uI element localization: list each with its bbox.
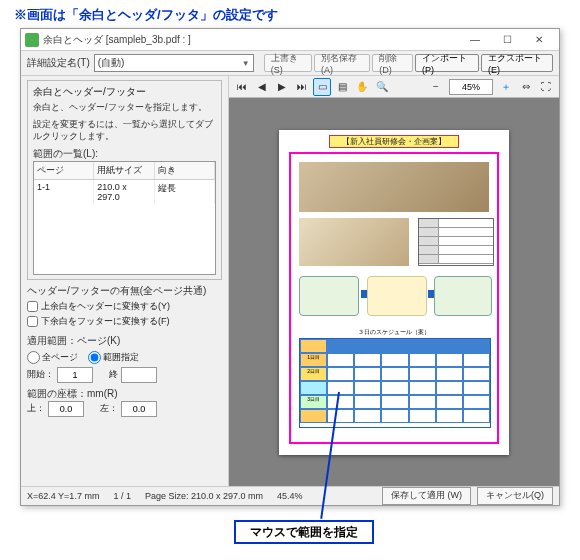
apply-button[interactable]: 保存して適用 (W) bbox=[382, 487, 471, 505]
list-label: 範囲の一覧(L): bbox=[33, 147, 216, 161]
tool-select-icon[interactable]: ▭ bbox=[313, 78, 331, 96]
left-margin-input[interactable] bbox=[121, 401, 157, 417]
preset-toolbar: 詳細設定名(T) (自動) ▼ 上書き(S) 別名保存(A) 削除(D) インポ… bbox=[21, 51, 559, 76]
status-pagesize: Page Size: 210.0 x 297.0 mm bbox=[145, 491, 263, 501]
hf-section: ヘッダー/フッターの有無(全ページ共通) 上余白をヘッダーに変換する(Y) 下余… bbox=[27, 284, 222, 330]
nav-last-icon[interactable]: ⏭ bbox=[293, 78, 311, 96]
chevron-down-icon: ▼ bbox=[242, 59, 250, 68]
doc-title: 【新入社員研修会・企画案】 bbox=[279, 136, 509, 147]
app-window: 余白とヘッダ [sampleb_3b.pdf : ] — ☐ ✕ 詳細設定名(T… bbox=[20, 28, 560, 506]
preview-page: 【新入社員研修会・企画案】 ３日のスケジュール（案） 1日目 bbox=[279, 130, 509, 455]
table-row[interactable]: 1-1 210.0 x 297.0 縦長 bbox=[34, 180, 215, 204]
status-zoom: 45.4% bbox=[277, 491, 303, 501]
col-orient: 向き bbox=[155, 162, 215, 179]
radio-range[interactable]: 範囲指定 bbox=[88, 351, 139, 364]
preview-surface[interactable]: 【新入社員研修会・企画案】 ３日のスケジュール（案） 1日目 bbox=[229, 98, 559, 486]
range-section-label: 適用範囲：ページ(K) bbox=[27, 334, 222, 348]
tool-zoom-icon[interactable]: 🔍 bbox=[373, 78, 391, 96]
cell-page: 1-1 bbox=[34, 180, 94, 204]
range-section: 適用範囲：ページ(K) 全ページ 範囲指定 開始： 終 bbox=[27, 334, 222, 383]
cancel-button[interactable]: キャンセル(Q) bbox=[477, 487, 553, 505]
save-as-button[interactable]: 別名保存(A) bbox=[314, 54, 370, 72]
titlebar: 余白とヘッダ [sampleb_3b.pdf : ] — ☐ ✕ bbox=[21, 29, 559, 51]
preset-value: (自動) bbox=[98, 56, 125, 70]
margin-group: 余白とヘッダー/フッター 余白と、ヘッダー/フッターを指定します。 設定を変更す… bbox=[27, 80, 222, 280]
top-margin-input[interactable] bbox=[48, 401, 84, 417]
left-margin-label: 左： bbox=[100, 402, 118, 415]
minimize-button[interactable]: — bbox=[459, 30, 491, 50]
preview-panel: ⏮ ◀ ▶ ⏭ ▭ ▤ ✋ 🔍 − ＋ ⇔ ⛶ 【新入社員研修会・企画案】 bbox=[229, 76, 559, 486]
radio-allpages[interactable]: 全ページ bbox=[27, 351, 78, 364]
end-label: 終 bbox=[109, 368, 118, 381]
maximize-button[interactable]: ☐ bbox=[491, 30, 523, 50]
col-size: 用紙サイズ bbox=[94, 162, 154, 179]
selection-rectangle[interactable] bbox=[289, 152, 499, 444]
callout-box: マウスで範囲を指定 bbox=[234, 520, 374, 544]
settings-panel: 余白とヘッダー/フッター 余白と、ヘッダー/フッターを指定します。 設定を変更す… bbox=[21, 76, 229, 486]
zoom-input[interactable] bbox=[449, 79, 493, 95]
footer-checkbox[interactable]: 下余白をフッターに変換する(F) bbox=[27, 315, 222, 328]
export-button[interactable]: エクスポート(E) bbox=[481, 54, 553, 72]
top-margin-label: 上： bbox=[27, 402, 45, 415]
desc-text-2: 設定を変更するには、一覧から選択してダブルクリックします。 bbox=[33, 118, 216, 143]
margin-coord-section: 範囲の座標：mm(R) 上： 左： bbox=[27, 387, 222, 417]
status-pages: 1 / 1 bbox=[113, 491, 131, 501]
desc-text-1: 余白と、ヘッダー/フッターを指定します。 bbox=[33, 101, 216, 114]
zoom-out-icon[interactable]: − bbox=[427, 78, 445, 96]
preset-label: 詳細設定名(T) bbox=[27, 56, 90, 70]
header-checkbox[interactable]: 上余白をヘッダーに変換する(Y) bbox=[27, 300, 222, 313]
cell-orient: 縦長 bbox=[155, 180, 215, 204]
nav-first-icon[interactable]: ⏮ bbox=[233, 78, 251, 96]
preview-toolbar: ⏮ ◀ ▶ ⏭ ▭ ▤ ✋ 🔍 − ＋ ⇔ ⛶ bbox=[229, 76, 559, 98]
tool-text-icon[interactable]: ▤ bbox=[333, 78, 351, 96]
nav-prev-icon[interactable]: ◀ bbox=[253, 78, 271, 96]
delete-button[interactable]: 削除(D) bbox=[372, 54, 413, 72]
nav-next-icon[interactable]: ▶ bbox=[273, 78, 291, 96]
statusbar: X=62.4 Y=1.7 mm 1 / 1 Page Size: 210.0 x… bbox=[21, 486, 559, 504]
range-list[interactable]: ページ 用紙サイズ 向き 1-1 210.0 x 297.0 縦長 bbox=[33, 161, 216, 275]
zoom-in-icon[interactable]: ＋ bbox=[497, 78, 515, 96]
close-button[interactable]: ✕ bbox=[523, 30, 555, 50]
status-coord: X=62.4 Y=1.7 mm bbox=[27, 491, 99, 501]
page-caption: ※画面は「余白とヘッダ/フッタ」の設定です bbox=[0, 0, 580, 30]
start-input[interactable] bbox=[57, 367, 93, 383]
hf-section-label: ヘッダー/フッターの有無(全ページ共通) bbox=[27, 284, 222, 298]
fit-page-icon[interactable]: ⛶ bbox=[537, 78, 555, 96]
margin-section-label: 範囲の座標：mm(R) bbox=[27, 387, 222, 401]
start-label: 開始： bbox=[27, 368, 54, 381]
preset-dropdown[interactable]: (自動) ▼ bbox=[94, 54, 254, 72]
window-title: 余白とヘッダ [sampleb_3b.pdf : ] bbox=[43, 33, 459, 47]
cell-size: 210.0 x 297.0 bbox=[94, 180, 154, 204]
group-title: 余白とヘッダー/フッター bbox=[33, 85, 216, 99]
overwrite-button[interactable]: 上書き(S) bbox=[264, 54, 312, 72]
tool-hand-icon[interactable]: ✋ bbox=[353, 78, 371, 96]
import-button[interactable]: インポート(P) bbox=[415, 54, 479, 72]
fit-width-icon[interactable]: ⇔ bbox=[517, 78, 535, 96]
end-input[interactable] bbox=[121, 367, 157, 383]
col-page: ページ bbox=[34, 162, 94, 179]
app-icon bbox=[25, 33, 39, 47]
